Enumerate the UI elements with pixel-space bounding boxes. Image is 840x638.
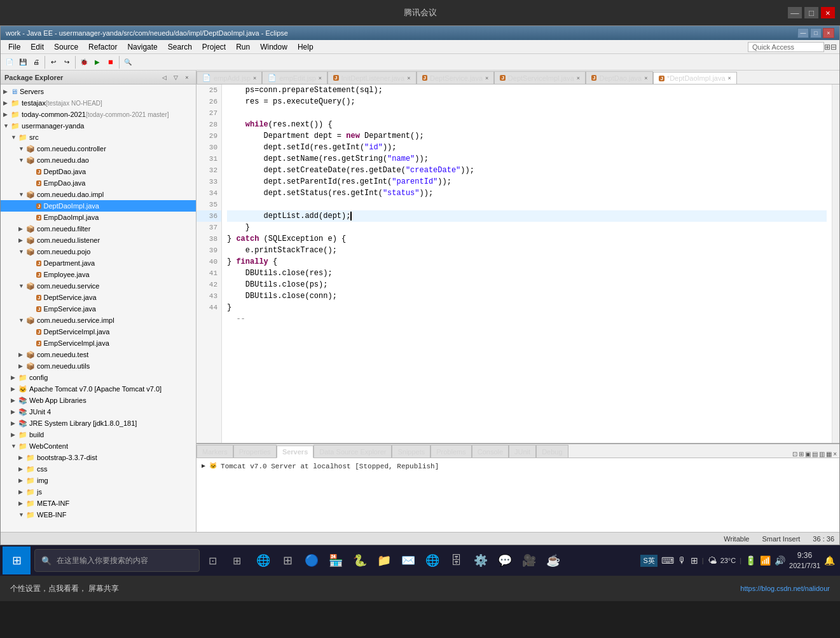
eclipse-layout-btn1[interactable]: ⊞ <box>824 43 830 51</box>
bottom-panel-btn3[interactable]: ▣ <box>805 451 811 458</box>
tree-item-src[interactable]: ▼ 📁 src <box>1 132 196 143</box>
tree-item-empservice[interactable]: J EmpService.java <box>1 303 196 315</box>
taskbar-app-db[interactable]: 🗄 <box>445 549 468 572</box>
tree-item-meta-inf[interactable]: ▶ 📁 META-INF <box>1 498 196 509</box>
tree-item-test[interactable]: ▶ 📦 com.neuedu.test <box>1 349 196 360</box>
tab-snippets[interactable]: Snippets <box>392 445 430 458</box>
tree-item-utils[interactable]: ▶ 📦 com.neuedu.utils <box>1 360 196 372</box>
toolbar-redo[interactable]: ↪ <box>60 56 73 69</box>
toolbar-stop[interactable]: ⏹ <box>104 56 117 69</box>
panel-menu-btn[interactable]: ▽ <box>170 72 181 83</box>
tree-item-js[interactable]: ▶ 📁 js <box>1 486 196 498</box>
taskbar-app-browser1[interactable]: 🌐 <box>252 549 275 572</box>
tree-item-config[interactable]: ▶ 📁 config <box>1 372 196 383</box>
menu-file[interactable]: File <box>3 41 25 53</box>
tree-item-bootstrap[interactable]: ▶ 📁 bootstrap-3.3.7-dist <box>1 452 196 463</box>
eclipse-min[interactable]: — <box>797 28 809 38</box>
tree-item-empserviceimpl[interactable]: J EmpServiceImpl.java <box>1 337 196 349</box>
taskbar-search-box[interactable]: 🔍 在这里输入你要搜索的内容 <box>34 549 200 572</box>
start-button[interactable]: ⊞ <box>3 546 31 574</box>
taskbar-app-settings[interactable]: ⚙️ <box>469 549 492 572</box>
tree-item-filter[interactable]: ▶ 📦 com.neuedu.filter <box>1 223 196 234</box>
eclipse-close[interactable]: × <box>823 28 834 38</box>
menu-refactor[interactable]: Refactor <box>83 41 122 53</box>
taskbar-app-meeting[interactable]: 💬 <box>493 549 516 572</box>
code-scrollbar[interactable] <box>832 85 839 443</box>
quick-access-field[interactable]: Quick Access <box>748 42 824 52</box>
tree-item-deptserviceimpl[interactable]: J DeptServiceImpl.java <box>1 326 196 337</box>
bottom-panel-close[interactable]: × <box>833 451 837 458</box>
taskbar-app-browser2[interactable]: 🔵 <box>300 549 323 572</box>
tree-item-dao[interactable]: ▼ 📦 com.neuedu.dao <box>1 154 196 166</box>
tree-item-testajax[interactable]: ▶ 📁 testajax [testajax NO-HEAD] <box>1 97 196 109</box>
tab-problems[interactable]: Problems <box>430 445 471 458</box>
taskbar-app-files[interactable]: 📁 <box>373 549 396 572</box>
toolbar-new[interactable]: 📄 <box>3 56 16 69</box>
tree-item-controller[interactable]: ▼ 📦 com.neuedu.controller <box>1 143 196 154</box>
menu-edit[interactable]: Edit <box>25 41 49 53</box>
topbar-close[interactable]: × <box>821 7 835 18</box>
eclipse-max[interactable]: □ <box>810 28 822 38</box>
taskbar-app-java[interactable]: ☕ <box>542 549 565 572</box>
tab-properties[interactable]: Properties <box>233 445 277 458</box>
toolbar-save[interactable]: 💾 <box>17 56 29 69</box>
notification-button[interactable]: 🔔 <box>824 555 835 566</box>
tab-debug[interactable]: Debug <box>536 445 568 458</box>
tree-item-pojo[interactable]: ▼ 📦 com.neuedu.pojo <box>1 246 196 257</box>
tab-empedit[interactable]: 📄 empEdit.jsp × <box>262 71 327 84</box>
tree-item-empdaoimpl[interactable]: J EmpDaoImpl.java <box>1 212 196 223</box>
tree-item-webapp-libs[interactable]: ▶ 📚 Web App Libraries <box>1 395 196 406</box>
tree-item-web-inf[interactable]: ▼ 📁 WEB-INF <box>1 509 196 520</box>
tab-deptservice[interactable]: J DeptService.java × <box>417 71 495 84</box>
toolbar-search[interactable]: 🔍 <box>121 56 134 69</box>
bottom-panel-btn2[interactable]: ⊞ <box>799 451 804 458</box>
tab-datasource[interactable]: Data Source Explorer <box>313 445 392 458</box>
tab-markers[interactable]: Markers <box>196 445 233 458</box>
code-text[interactable]: ps=conn.prepareStatement(sql); res = ps.… <box>222 85 832 443</box>
menu-window[interactable]: Window <box>255 41 293 53</box>
code-editor[interactable]: 25 26 27 28 29 30 31 32 33 34 35 36 37 3… <box>196 85 839 443</box>
bottom-panel-btn1[interactable]: ⊡ <box>792 451 797 458</box>
tree-item-deptservice[interactable]: J DeptService.java <box>1 292 196 303</box>
bottom-panel-btn4[interactable]: ▤ <box>812 451 818 458</box>
bottom-panel-btn6[interactable]: ▦ <box>826 451 832 458</box>
tree-item-build[interactable]: ▶ 📁 build <box>1 429 196 440</box>
bottom-panel-btn5[interactable]: ▥ <box>819 451 825 458</box>
tab-deptdaoimpl-active[interactable]: J *DeptDaoImpl.java × <box>653 72 736 85</box>
menu-project[interactable]: Project <box>197 41 231 53</box>
tree-item-junit[interactable]: ▶ 📚 JUnit 4 <box>1 406 196 417</box>
tree-item-empdao[interactable]: J EmpDao.java <box>1 177 196 189</box>
notif-text[interactable]: 个性设置，点我看看， 屏幕共享 <box>10 583 119 594</box>
tab-servers-bottom[interactable]: Servers <box>277 445 313 458</box>
taskbar-app-mail[interactable]: ✉️ <box>397 549 420 572</box>
tab-initdept[interactable]: J InitDeptListener.java × <box>327 71 416 84</box>
taskbar-app-apps[interactable]: ⊞ <box>276 549 299 572</box>
tree-item-dao-impl[interactable]: ▼ 📦 com.neuedu.dao.impl <box>1 189 196 200</box>
tree-item-usermanager[interactable]: ▼ 📁 usermanager-yanda <box>1 120 196 132</box>
taskbar-app-chrome[interactable]: 🌐 <box>421 549 444 572</box>
topbar-minimize[interactable]: — <box>788 7 802 18</box>
topbar-maximize[interactable]: □ <box>804 7 818 18</box>
toolbar-print[interactable]: 🖨 <box>30 56 43 69</box>
eclipse-layout-btn2[interactable]: ⊟ <box>830 43 837 51</box>
toolbar-run[interactable]: ▶ <box>91 56 104 69</box>
menu-help[interactable]: Help <box>293 41 319 53</box>
menu-navigate[interactable]: Navigate <box>122 41 162 53</box>
menu-run[interactable]: Run <box>231 41 255 53</box>
tree-item-css[interactable]: ▶ 📁 css <box>1 463 196 475</box>
tree-item-service[interactable]: ▼ 📦 com.neuedu.service <box>1 280 196 292</box>
toolbar-debug[interactable]: 🐞 <box>78 56 90 69</box>
taskbar-start2[interactable]: ⊞ <box>225 549 248 572</box>
tree-item-img[interactable]: ▶ 📁 img <box>1 475 196 486</box>
tab-empadd[interactable]: 📄 empAdd.jsp × <box>196 71 262 84</box>
tree-item-tomcat[interactable]: ▶ 🐱 Apache Tomcat v7.0 [Apache Tomcat v7… <box>1 383 196 395</box>
panel-close-btn[interactable]: × <box>182 72 192 83</box>
panel-minimize-btn[interactable]: ◁ <box>159 72 169 83</box>
tree-item-servers[interactable]: ▶ 🖥 Servers <box>1 86 196 97</box>
tree-item-service-impl[interactable]: ▼ 📦 com.neuedu.service.impl <box>1 315 196 326</box>
tree-item-listener[interactable]: ▶ 📦 com.neuedu.listener <box>1 234 196 246</box>
tab-deptdao[interactable]: J DeptDao.java × <box>586 71 653 84</box>
taskbar-app-python[interactable]: 🐍 <box>348 549 371 572</box>
toolbar-undo[interactable]: ↩ <box>47 56 60 69</box>
clock[interactable]: 9:36 2021/7/31 <box>789 550 820 571</box>
